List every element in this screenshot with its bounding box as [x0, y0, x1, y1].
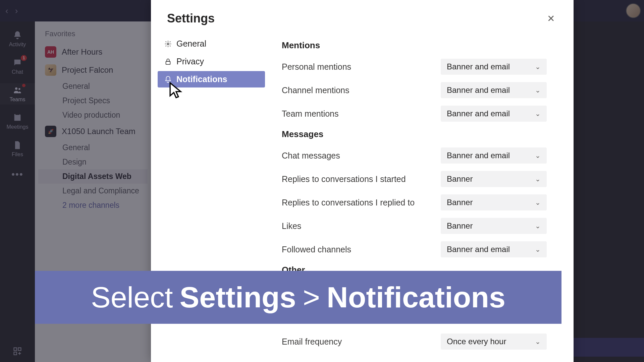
- chevron-down-icon: ⌄: [535, 338, 541, 346]
- dropdown-personal-mentions[interactable]: Banner and email⌄: [441, 59, 547, 75]
- row-chat-messages: Chat messages Banner and email⌄: [282, 147, 547, 164]
- dropdown-replies-started[interactable]: Banner⌄: [441, 171, 547, 187]
- chevron-down-icon: ⌄: [535, 245, 541, 253]
- chevron-down-icon: ⌄: [535, 63, 541, 71]
- gear-icon: [164, 40, 172, 48]
- row-personal-mentions: Personal mentions Banner and email⌄: [282, 59, 547, 75]
- dropdown-channel-mentions[interactable]: Banner and email⌄: [441, 82, 547, 98]
- nav-general[interactable]: General: [158, 36, 265, 52]
- dropdown-replies-replied[interactable]: Banner⌄: [441, 194, 547, 210]
- chevron-down-icon: ⌄: [535, 198, 541, 206]
- dropdown-followed-channels[interactable]: Banner and email⌄: [441, 241, 547, 257]
- dropdown-likes[interactable]: Banner⌄: [441, 218, 547, 234]
- svg-point-5: [167, 43, 169, 45]
- instruction-banner: Select Settings > Notifications: [35, 271, 561, 324]
- bell-icon: [164, 76, 172, 83]
- row-replies-replied: Replies to conversations I replied to Ba…: [282, 194, 547, 210]
- chevron-down-icon: ⌄: [535, 110, 541, 118]
- dropdown-team-mentions[interactable]: Banner and email⌄: [441, 106, 547, 122]
- nav-privacy[interactable]: Privacy: [158, 53, 265, 70]
- dropdown-email-frequency[interactable]: Once every hour⌄: [441, 334, 547, 350]
- svg-rect-6: [166, 61, 170, 64]
- section-mentions: Mentions: [282, 40, 547, 51]
- chevron-down-icon: ⌄: [535, 222, 541, 230]
- row-team-mentions: Team mentions Banner and email⌄: [282, 106, 547, 122]
- row-followed-channels: Followed channels Banner and email⌄: [282, 241, 547, 257]
- section-messages: Messages: [282, 129, 547, 139]
- lock-icon: [164, 58, 172, 65]
- row-likes: Likes Banner⌄: [282, 218, 547, 234]
- nav-notifications[interactable]: Notifications: [158, 71, 265, 87]
- dropdown-chat-messages[interactable]: Banner and email⌄: [441, 147, 547, 164]
- row-replies-started: Replies to conversations I started Banne…: [282, 171, 547, 187]
- chevron-down-icon: ⌄: [535, 152, 541, 160]
- row-email-frequency: Email frequency Once every hour⌄: [282, 334, 547, 350]
- chevron-down-icon: ⌄: [535, 86, 541, 94]
- chevron-down-icon: ⌄: [535, 175, 541, 183]
- close-icon[interactable]: ✕: [544, 12, 557, 25]
- modal-title: Settings: [167, 11, 215, 25]
- row-channel-mentions: Channel mentions Banner and email⌄: [282, 82, 547, 98]
